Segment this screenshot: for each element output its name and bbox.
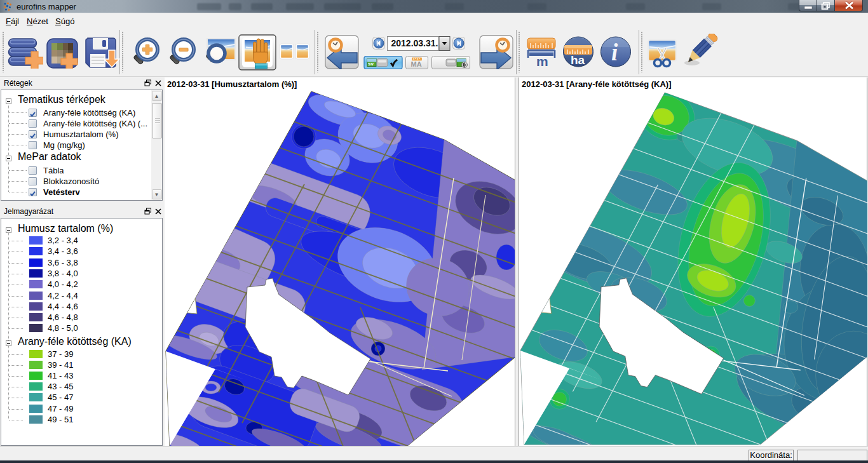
svg-text:sv: sv	[368, 61, 374, 67]
svg-text:2012.03.31.: 2012.03.31.	[391, 38, 438, 48]
svg-text:ha: ha	[571, 53, 585, 67]
svg-text:m: m	[536, 54, 548, 67]
svg-text:i: i	[611, 39, 618, 65]
svg-text:MA: MA	[411, 60, 422, 68]
